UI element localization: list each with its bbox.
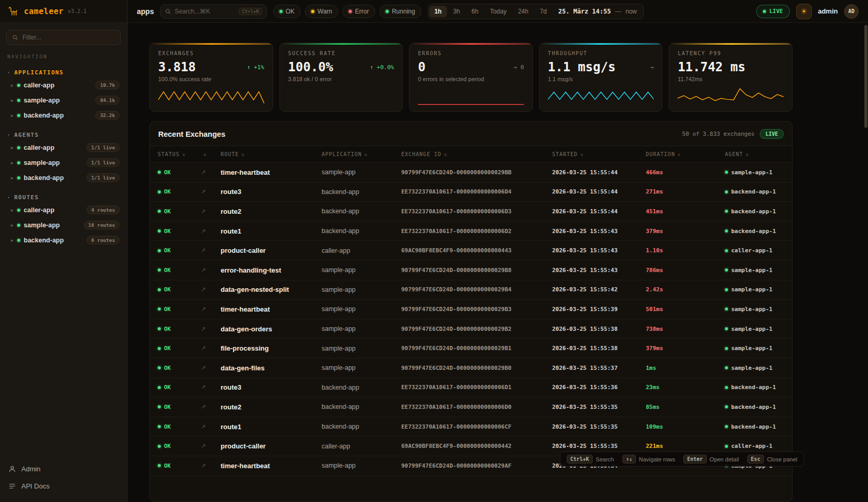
stat-subtext: 3.818 ok / 0 error: [288, 76, 394, 82]
table-row[interactable]: OK↗route3backend-appEE7322370A10617-0000…: [150, 378, 792, 398]
live-indicator[interactable]: LIVE: [756, 5, 790, 18]
column-header-application[interactable]: APPLICATION⇅: [322, 151, 401, 157]
status-filter-warn[interactable]: Warn: [305, 5, 338, 18]
nav-section-header-agents[interactable]: ▾AGENTS: [0, 130, 127, 140]
time-range-today[interactable]: Today: [484, 6, 512, 17]
nav-sections: ▾APPLICATIONS▸caller-app10.7k▸sample-app…: [0, 60, 127, 248]
time-range-7d[interactable]: 7d: [534, 6, 552, 17]
sidebar-item-badge: 4 routes: [86, 205, 120, 214]
direction-arrow-icon: ↗: [201, 404, 221, 410]
status-cell: OK: [158, 188, 201, 195]
table-row[interactable]: OK↗route3backend-appEE7322370A10617-0000…: [150, 183, 792, 202]
sidebar-item-badge: 32.2k: [95, 111, 120, 120]
table-row[interactable]: OK↗file-processingsample-app90799F47E6CD…: [150, 339, 792, 358]
column-header-exchange-id[interactable]: EXCHANGE ID⇅: [401, 151, 552, 157]
sidebar-item-sample-app[interactable]: ▸sample-app84.1k: [0, 93, 127, 108]
stat-card-success-rate[interactable]: SUCCESS RATE100.0%↑ +0.0%3.818 ok / 0 er…: [279, 43, 403, 112]
time-range-24h[interactable]: 24h: [513, 6, 533, 17]
time-range-1h[interactable]: 1h: [429, 6, 447, 17]
scrollbar[interactable]: [863, 0, 868, 502]
time-range-6h[interactable]: 6h: [466, 6, 483, 17]
stat-value: 100.0%: [288, 60, 334, 74]
column-header-status[interactable]: STATUS⇅: [158, 151, 201, 157]
table-row[interactable]: OK↗timer-heartbeatsample-app90799F47E6CD…: [150, 163, 792, 183]
status-filter-running[interactable]: Running: [379, 5, 422, 18]
direction-arrow-icon: ↗: [201, 286, 221, 293]
direction-arrow-icon: ↗: [201, 247, 221, 254]
scrollbar-thumb[interactable]: [864, 25, 867, 128]
status-dot: [158, 210, 161, 213]
sidebar-item-caller-app[interactable]: ▸caller-app1/1 live: [0, 140, 127, 155]
table-row[interactable]: OK↗route1backend-appEE7322370A10617-0000…: [150, 222, 792, 241]
table-row[interactable]: OK↗route2backend-appEE7322370A10617-0000…: [150, 397, 792, 417]
sidebar-item-sample-app[interactable]: ▸sample-app16 routes: [0, 217, 127, 233]
live-label: LIVE: [769, 8, 783, 15]
sidebar-item-admin[interactable]: Admin: [0, 460, 127, 478]
stat-label: SUCCESS RATE: [288, 50, 394, 56]
sidebar-item-backend-app[interactable]: ▸backend-app6 routes: [0, 233, 127, 248]
started-cell: 2026-03-25 15:55:35: [552, 443, 646, 449]
stat-card-latency-p99[interactable]: LATENCY P9911.742 ms11.742ms: [669, 43, 793, 112]
chevron-right-icon: ▸: [11, 145, 14, 150]
avatar[interactable]: AD: [844, 4, 859, 19]
panel-header: Recent Exchanges 50 of 3.833 exchanges L…: [150, 122, 792, 146]
table-row[interactable]: OK↗route1backend-appEE7322370A10617-0000…: [150, 417, 792, 437]
table-row[interactable]: OK↗data-gen-filessample-app90799F47E6CD2…: [150, 358, 792, 378]
stat-card-errors[interactable]: ERRORS0→ 00 errors in selected period: [409, 43, 533, 112]
route-cell: timer-heartbeat: [221, 305, 322, 313]
status-cell: OK: [158, 228, 201, 235]
column-header-expand[interactable]: ⇅: [201, 152, 221, 157]
column-header-route[interactable]: ROUTE⇅: [221, 151, 322, 157]
started-cell: 2026-03-25 15:55:43: [552, 228, 646, 235]
application-cell: backend-app: [322, 403, 401, 410]
status-dot: [17, 146, 20, 149]
table-row[interactable]: OK↗data-gen-nested-splitsample-app90799F…: [150, 280, 792, 300]
table-row[interactable]: OK↗data-gen-orderssample-app90799F47E6CD…: [150, 319, 792, 339]
status-dot: [725, 327, 728, 330]
duration-cell: 466ms: [646, 169, 725, 176]
sidebar-item-caller-app[interactable]: ▸caller-app4 routes: [0, 202, 127, 217]
application-cell: backend-app: [322, 208, 401, 215]
status-dot: [158, 268, 161, 272]
status-dot: [725, 425, 728, 428]
application-cell: backend-app: [322, 188, 401, 196]
chevron-down-icon: ▾: [7, 70, 10, 75]
sidebar-item-label: sample-app: [24, 97, 92, 104]
theme-toggle-button[interactable]: ☀: [796, 4, 812, 19]
sidebar-item-backend-app[interactable]: ▸backend-app1/1 live: [0, 170, 127, 185]
table-row[interactable]: OK↗error-handling-testsample-app90799F47…: [150, 261, 792, 280]
time-range-3h[interactable]: 3h: [448, 6, 465, 17]
sidebar-item-sample-app[interactable]: ▸sample-app1/1 live: [0, 155, 127, 170]
duration-cell: 451ms: [646, 208, 725, 215]
agent-cell: sample-app-1: [725, 286, 792, 293]
user-icon: [8, 465, 16, 473]
search-input[interactable]: [175, 8, 235, 15]
filter-input[interactable]: [22, 34, 115, 41]
sidebar-filter[interactable]: [6, 30, 121, 45]
content-column: apps Ctrl+K OKWarnErrorRunning 1h3h6hTod…: [127, 0, 868, 502]
stat-card-exchanges[interactable]: EXCHANGES3.818↑ +1%100.0% success rate: [149, 43, 273, 112]
now-button[interactable]: now: [621, 8, 641, 15]
status-dot: [17, 99, 20, 102]
nav-section-header-routes[interactable]: ▾ROUTES: [0, 192, 127, 202]
column-header-started[interactable]: STARTED⇅: [552, 151, 646, 157]
global-search[interactable]: Ctrl+K: [160, 4, 267, 19]
agent-cell: sample-app-1: [725, 345, 792, 352]
column-header-duration[interactable]: DURATION⇅: [646, 151, 725, 157]
table-row[interactable]: OK↗route2backend-appEE7322370A10617-0000…: [150, 202, 792, 222]
nav-section-header-applications[interactable]: ▾APPLICATIONS: [0, 68, 127, 78]
status-label: OK: [164, 365, 171, 371]
column-header-agent[interactable]: AGENT⇅: [725, 151, 792, 157]
table-row[interactable]: OK↗timer-heartbeatsample-app90799F47E6CD…: [150, 300, 792, 319]
sidebar-item-backend-app[interactable]: ▸backend-app32.2k: [0, 108, 127, 123]
table-header-row: STATUS⇅⇅ROUTE⇅APPLICATION⇅EXCHANGE ID⇅ST…: [150, 146, 792, 163]
status-dot: [17, 239, 20, 242]
direction-arrow-icon: ↗: [201, 384, 221, 391]
application-cell: backend-app: [322, 384, 401, 391]
stat-card-throughput[interactable]: THROUGHPUT1.1 msg/s→1.1 msg/s: [539, 43, 663, 112]
status-filter-error[interactable]: Error: [342, 5, 375, 18]
sidebar-item-caller-app[interactable]: ▸caller-app10.7k: [0, 78, 127, 93]
status-filter-ok[interactable]: OK: [273, 5, 301, 18]
sidebar-item-api-docs[interactable]: API Docs: [0, 478, 127, 495]
table-row[interactable]: OK↗product-callercaller-app69AC90BF8EBC4…: [150, 241, 792, 261]
